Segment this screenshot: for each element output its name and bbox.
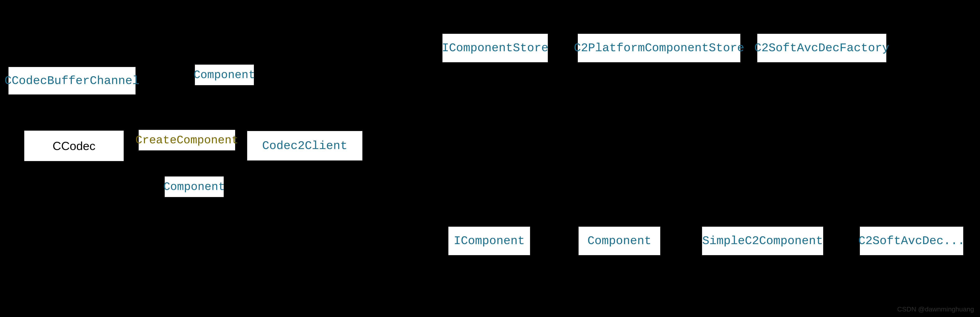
node-codec2-client: Codec2Client [247, 130, 363, 161]
node-c2-platform-component-store: C2PlatformComponentStore [577, 33, 741, 63]
watermark: CSDN @dawnminghuang [897, 305, 974, 313]
node-component-bottom: Component [164, 176, 224, 198]
node-simple-c2-component: SimpleC2Component [702, 226, 824, 256]
node-ccodec-buffer-channel: CCodecBufferChannel [8, 66, 136, 95]
node-component-top: Component [194, 64, 255, 86]
node-component-right: Component [578, 226, 661, 256]
node-ccodec: CCodec [24, 130, 124, 162]
diagram-canvas: CCodecBufferChannel Component CCodec Cre… [0, 0, 980, 317]
node-icomponent: IComponent [448, 226, 531, 256]
node-c2-soft-avc-dec: C2SoftAvcDec... [859, 226, 964, 256]
node-c2-soft-avc-dec-factory: C2SoftAvcDecFactory [757, 33, 887, 63]
node-create-component: CreateComponent [138, 129, 236, 151]
node-icomponent-store: IComponentStore [442, 33, 548, 63]
